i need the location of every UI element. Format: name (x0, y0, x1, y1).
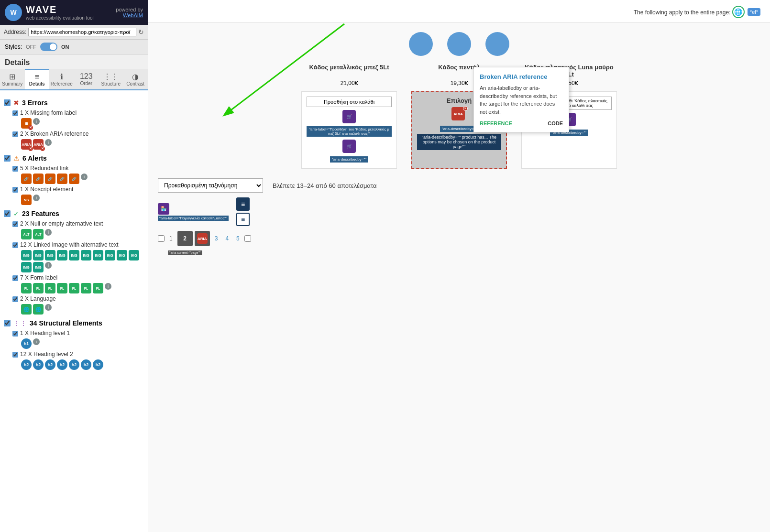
info-icon-null-alt[interactable]: i (45, 229, 52, 236)
results-count: Βλέπετε 13–24 από 60 αποτελέσματα (273, 182, 377, 189)
popup-reference-link[interactable]: REFERENCE (480, 120, 512, 126)
li-icon-12[interactable]: IMG (33, 262, 44, 272)
info-icon-rl[interactable]: i (81, 174, 88, 180)
h2-icon-5[interactable]: h2 (69, 359, 79, 370)
h1-checkbox[interactable] (12, 331, 18, 337)
noscript-icon[interactable]: NS (21, 195, 32, 205)
store-icon[interactable]: 🏪 (158, 203, 169, 215)
product-desc-2: "aria-describedby="" product has... The … (417, 134, 501, 150)
rl-icon-2[interactable]: 🔗 (33, 174, 44, 184)
h2-checkbox[interactable] (12, 352, 18, 358)
h2-icon-7[interactable]: h2 (93, 359, 103, 370)
h1-icon[interactable]: h1 (21, 338, 32, 349)
info-icon-fl[interactable]: i (105, 283, 111, 290)
h2-icon-4[interactable]: h2 (57, 359, 67, 370)
styles-toggle[interactable] (40, 43, 57, 51)
alerts-checkbox[interactable] (4, 155, 11, 162)
tab-details[interactable]: ≡ Details (25, 69, 50, 89)
redundant-link-item: 5 X Redundant link (4, 165, 144, 172)
rl-icon-4[interactable]: 🔗 (57, 174, 67, 184)
rl-icon-5[interactable]: 🔗 (69, 174, 79, 184)
fl-icon-1[interactable]: FL (21, 283, 32, 293)
h2-icon-2[interactable]: h2 (33, 359, 44, 370)
li-icon-3[interactable]: IMG (45, 250, 55, 261)
linked-img-checkbox[interactable] (12, 242, 18, 248)
next-page-checkbox[interactable] (244, 235, 251, 242)
li-icon-11[interactable]: IMG (21, 262, 32, 272)
tab-summary[interactable]: ⊞ Summary (0, 69, 25, 89)
info-icon-noscript[interactable]: i (33, 195, 40, 201)
noscript-checkbox[interactable] (12, 187, 18, 193)
tab-contrast[interactable]: ◑ Contrast (123, 69, 148, 89)
page-3[interactable]: 3 (212, 234, 221, 243)
lang-icon-1[interactable]: 🌐 (21, 304, 32, 315)
address-input[interactable] (28, 28, 136, 36)
refresh-button[interactable]: ↻ (138, 28, 144, 36)
add-to-cart-btn-1[interactable]: Προσθήκη στο καλάθι (307, 97, 392, 107)
list-icon-outline[interactable]: ≡ (236, 213, 250, 226)
styles-off-label: OFF (26, 44, 36, 50)
null-alt-checkbox[interactable] (12, 221, 18, 227)
form-label-checkbox[interactable] (12, 275, 18, 281)
null-alt-icon-2[interactable]: ALT (33, 229, 44, 239)
globe-icon: 🌐 (732, 6, 745, 18)
h2-icon-6[interactable]: h2 (81, 359, 91, 370)
info-icon-lang[interactable]: i (45, 304, 52, 311)
page-aria-icon[interactable]: ARIA (197, 233, 208, 244)
info-icon-missing[interactable]: i (33, 118, 40, 125)
info-icon-linked-img[interactable]: i (45, 262, 52, 269)
fl-icon-6[interactable]: FL (81, 283, 91, 293)
info-icon-aria[interactable]: i (45, 139, 52, 146)
form-icon[interactable]: ⊞✕ (21, 118, 32, 129)
lang-icon-2[interactable]: 🌐 (33, 304, 44, 315)
aria-icon-2[interactable]: ARIA✕ (33, 139, 44, 150)
errors-checkbox[interactable] (4, 99, 11, 106)
fl-icon-3[interactable]: FL (45, 283, 55, 293)
rl-icon-3[interactable]: 🔗 (45, 174, 55, 184)
li-icon-4[interactable]: IMG (57, 250, 67, 261)
popup-code-link[interactable]: CODE (548, 120, 563, 126)
summary-icon: ⊞ (1, 72, 24, 81)
structure-icon: ⋮⋮ (99, 72, 122, 81)
li-icon-6[interactable]: IMG (81, 250, 91, 261)
fl-icon-4[interactable]: FL (57, 283, 67, 293)
aria-icon-1[interactable]: ARIA✕ (21, 139, 32, 150)
page-4[interactable]: 4 (222, 234, 231, 243)
li-icon-1[interactable]: IMG (21, 250, 32, 261)
li-icon-7[interactable]: IMG (93, 250, 103, 261)
details-title: Details (0, 54, 148, 69)
rl-icon-1[interactable]: 🔗 (21, 174, 32, 184)
null-alt-icon-1[interactable]: ALT (21, 229, 32, 239)
tab-order[interactable]: 123 Order (74, 69, 99, 89)
li-icon-9[interactable]: IMG (117, 250, 127, 261)
prev-page-checkbox[interactable] (158, 235, 165, 242)
li-icon-10[interactable]: IMG (129, 250, 139, 261)
list-icon-filled[interactable]: ≡ (236, 197, 250, 211)
page-5[interactable]: 5 (233, 234, 242, 243)
li-icon-5[interactable]: IMG (69, 250, 79, 261)
language-checkbox[interactable] (12, 296, 18, 302)
features-checkbox[interactable] (4, 210, 11, 217)
tab-structure[interactable]: ⋮⋮ Structure (99, 69, 123, 89)
language-item: 2 X Language (4, 295, 144, 302)
sort-select[interactable]: Προκαθορισμένη ταξινόμηση (158, 178, 263, 193)
redundant-link-checkbox[interactable] (12, 166, 18, 172)
li-icon-8[interactable]: IMG (105, 250, 115, 261)
info-icon-h1[interactable]: i (33, 338, 40, 345)
h2-icon-1[interactable]: h2 (21, 359, 32, 370)
li-icon-2[interactable]: IMG (33, 250, 44, 261)
structural-checkbox[interactable] (4, 320, 11, 326)
sidebar-content: ✖ 3 Errors 1 X Missing form label ⊞✕ i 2… (0, 90, 148, 532)
h2-icon-3[interactable]: h2 (45, 359, 55, 370)
broken-aria-checkbox[interactable] (12, 131, 18, 137)
contrast-icon: ◑ (124, 72, 147, 81)
missing-form-label-checkbox[interactable] (12, 110, 18, 116)
tab-reference[interactable]: ℹ Reference (49, 69, 74, 89)
redundant-link-icons: 🔗 🔗 🔗 🔗 🔗 i (4, 174, 144, 184)
fl-icon-2[interactable]: FL (33, 283, 44, 293)
fl-icon-7[interactable]: FL (93, 283, 103, 293)
null-alt-icons: ALT ALT i (4, 229, 144, 239)
webAIM-link[interactable]: WebAIM (123, 12, 143, 18)
wave-header: W WAVE web accessibility evaluation tool… (0, 0, 148, 25)
fl-icon-5[interactable]: FL (69, 283, 79, 293)
